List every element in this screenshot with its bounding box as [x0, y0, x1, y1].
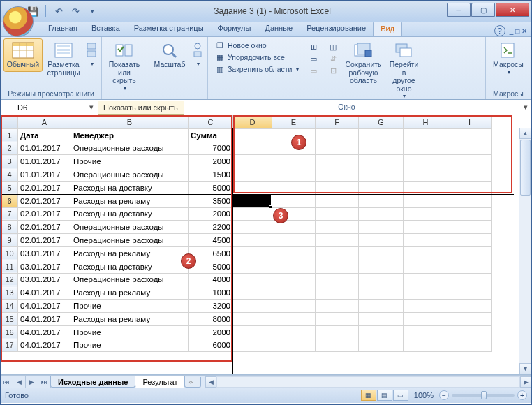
cell[interactable]: Расходы на доставку	[71, 207, 189, 221]
cell[interactable]	[404, 234, 448, 247]
cell[interactable]	[359, 194, 404, 207]
cell[interactable]: 04.01.2017	[18, 312, 71, 325]
mdi-controls-icon[interactable]: _ □ ✕	[510, 27, 527, 35]
cell[interactable]: 02.01.2017	[18, 181, 71, 194]
cell[interactable]	[359, 168, 404, 182]
cell[interactable]	[404, 207, 448, 221]
cell[interactable]	[233, 339, 272, 352]
col-header-F[interactable]: F	[316, 116, 359, 129]
cell[interactable]: Прочие	[71, 155, 189, 168]
zoom-out-button[interactable]: −	[439, 390, 449, 400]
cell[interactable]: Прочие	[71, 339, 189, 352]
cell[interactable]	[448, 260, 492, 273]
minimize-button[interactable]: ─	[447, 3, 471, 17]
cell[interactable]	[404, 260, 448, 273]
cell[interactable]	[233, 221, 272, 234]
cell[interactable]: Расходы на рекламу	[71, 312, 189, 325]
row-header[interactable]: 14	[1, 300, 18, 313]
view-side-button[interactable]: ◫	[327, 41, 339, 52]
row-header[interactable]: 12	[1, 273, 18, 286]
cell[interactable]	[316, 181, 359, 194]
cell[interactable]: 04.01.2017	[18, 325, 71, 339]
cell[interactable]	[359, 286, 404, 300]
cell[interactable]: 6000	[189, 339, 233, 352]
scroll-left-button[interactable]: ◀	[205, 376, 216, 388]
cell[interactable]	[404, 286, 448, 300]
col-header-G[interactable]: G	[359, 116, 404, 129]
cell[interactable]: 4000	[189, 273, 233, 286]
cell[interactable]: 2000	[189, 155, 233, 168]
view-break-shortcut[interactable]: ▭	[393, 390, 408, 401]
cell[interactable]	[272, 194, 316, 207]
cell[interactable]	[272, 325, 316, 339]
cell[interactable]	[233, 260, 272, 273]
cell[interactable]: 01.01.2017	[18, 155, 71, 168]
cell[interactable]: Прочие	[71, 300, 189, 313]
scroll-right-button[interactable]: ▶	[520, 376, 531, 388]
save-workspace-button[interactable]: Сохранить рабочую область	[343, 38, 383, 88]
cell[interactable]: Расходы на рекламу	[71, 246, 189, 260]
name-box-dropdown-icon[interactable]: ▾	[87, 103, 96, 112]
sheet-nav-next[interactable]: ▶	[26, 376, 38, 388]
cell[interactable]: Операционные расходы	[71, 142, 189, 155]
zoom-in-button[interactable]: +	[517, 390, 527, 400]
row-header[interactable]: 9	[1, 234, 18, 247]
cell[interactable]	[404, 325, 448, 339]
cell[interactable]: 03.01.2017	[18, 273, 71, 286]
cell[interactable]: Прочие	[71, 325, 189, 339]
cell[interactable]	[233, 246, 272, 260]
cell[interactable]	[448, 300, 492, 313]
cell[interactable]	[233, 312, 272, 325]
cell[interactable]	[404, 128, 448, 142]
zoom-button[interactable]: Масштаб	[150, 38, 189, 72]
cell[interactable]	[359, 273, 404, 286]
switch-windows-button[interactable]: Перейти в другое окно ▾	[384, 38, 423, 102]
cell[interactable]	[233, 168, 272, 182]
cell[interactable]	[316, 325, 359, 339]
cell[interactable]: 6500	[189, 246, 233, 260]
cell[interactable]	[448, 312, 492, 325]
split-button[interactable]: ⊞	[307, 41, 320, 52]
arrange-all-button[interactable]: ▦Упорядочить все	[214, 52, 300, 63]
cell[interactable]	[272, 155, 316, 168]
cell[interactable]	[359, 260, 404, 273]
cell[interactable]	[233, 142, 272, 155]
col-header-C[interactable]: C	[189, 116, 233, 129]
office-button[interactable]	[3, 6, 34, 37]
sheet-tab-new[interactable]: ✧	[184, 377, 201, 388]
cell[interactable]	[404, 300, 448, 313]
cell[interactable]: 02.01.2017	[18, 194, 71, 207]
cell[interactable]	[316, 339, 359, 352]
cell[interactable]	[359, 221, 404, 234]
fill-handle[interactable]	[269, 205, 272, 209]
cell[interactable]	[448, 286, 492, 300]
scroll-up-button[interactable]: ▲	[519, 128, 531, 139]
zoom-thumb[interactable]	[481, 391, 487, 399]
cell[interactable]	[359, 128, 404, 142]
col-header-D[interactable]: D	[233, 116, 272, 129]
cell[interactable]	[359, 246, 404, 260]
cell[interactable]: 02.01.2017	[18, 221, 71, 234]
cell[interactable]	[448, 234, 492, 247]
cell[interactable]: Менеджер	[71, 128, 189, 142]
cell[interactable]	[233, 286, 272, 300]
cell[interactable]: 5000	[189, 181, 233, 194]
cell[interactable]	[404, 142, 448, 155]
cell[interactable]: 01.01.2017	[18, 142, 71, 155]
normal-view-button[interactable]: Обычный	[3, 38, 43, 72]
cell[interactable]	[316, 207, 359, 221]
cell[interactable]	[272, 273, 316, 286]
cell[interactable]: 02.01.2017	[18, 207, 71, 221]
cell[interactable]	[448, 207, 492, 221]
redo-icon[interactable]: ↷	[70, 6, 81, 17]
ribbon-tab-5[interactable]: Рецензирование	[300, 22, 373, 36]
zoom-track[interactable]	[452, 394, 515, 397]
cell[interactable]	[316, 286, 359, 300]
row-header[interactable]: 13	[1, 286, 18, 300]
cell[interactable]: 01.01.2017	[18, 168, 71, 182]
cell[interactable]	[233, 325, 272, 339]
cell[interactable]	[359, 207, 404, 221]
cell[interactable]	[272, 168, 316, 182]
sheet-tab-source[interactable]: Исходные данные	[50, 376, 135, 388]
cell[interactable]	[272, 286, 316, 300]
